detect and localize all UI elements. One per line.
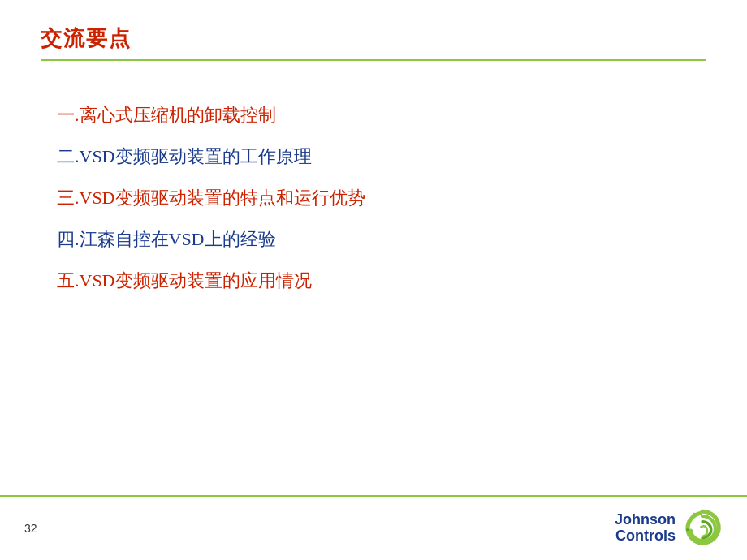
svg-point-2 (686, 528, 689, 531)
logo-line1: Johnson (615, 512, 676, 528)
list-item: 三.VSD变频驱动装置的特点和运行优势 (57, 184, 690, 211)
svg-point-0 (693, 513, 697, 517)
jci-swirl-icon (682, 508, 723, 549)
list-item: 二.VSD变频驱动装置的工作原理 (57, 143, 690, 170)
slide-header: 交流要点 (0, 0, 747, 61)
page-number: 32 (24, 522, 37, 535)
slide: 交流要点 一.离心式压缩机的卸载控制 二.VSD变频驱动装置的工作原理 三.VS… (0, 0, 747, 560)
list-item: 四.江森自控在VSD上的经验 (57, 226, 690, 252)
slide-content: 一.离心式压缩机的卸载控制 二.VSD变频驱动装置的工作原理 三.VSD变频驱动… (0, 61, 747, 294)
slide-title: 交流要点 (41, 24, 706, 53)
svg-point-1 (687, 520, 690, 523)
list-item: 五.VSD变频驱动装置的应用情况 (57, 267, 690, 294)
company-logo: Johnson Controls (615, 508, 723, 549)
logo-text: Johnson Controls (615, 512, 676, 545)
logo-line2: Controls (615, 528, 676, 545)
list-item: 一.离心式压缩机的卸载控制 (57, 101, 690, 128)
footer-bar: 32 Johnson Controls (0, 495, 747, 560)
